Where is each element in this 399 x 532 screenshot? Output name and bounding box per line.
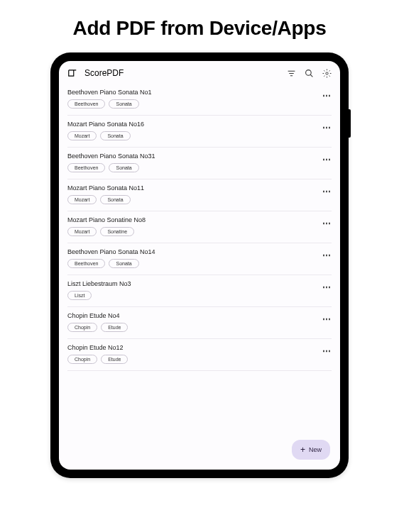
item-title: Beethoven Piano Sonata No1 — [67, 89, 318, 96]
tag[interactable]: Sonata — [100, 131, 130, 140]
item-tags: ChopinEtude — [67, 323, 318, 332]
header-actions — [287, 69, 332, 78]
score-list[interactable]: Beethoven Piano Sonata No1BeethovenSonat… — [59, 84, 340, 470]
tag[interactable]: Etude — [101, 323, 128, 332]
list-item[interactable]: Mozart Piano Sonata No11MozartSonata⋯ — [67, 179, 332, 211]
new-button-label: New — [309, 446, 322, 453]
item-tags: Liszt — [67, 291, 318, 300]
list-item-content: Beethoven Piano Sonata No31BeethovenSona… — [67, 153, 318, 172]
tag[interactable]: Mozart — [67, 131, 97, 140]
list-item-content: Mozart Piano Sonata No11MozartSonata — [67, 184, 318, 204]
list-item-content: Chopin Etude No12ChopinEtude — [67, 344, 318, 364]
tag[interactable]: Liszt — [67, 291, 92, 300]
svg-line-4 — [310, 74, 312, 77]
item-title: Liszt Liebestraum No3 — [67, 280, 318, 287]
new-button[interactable]: + New — [292, 440, 330, 460]
more-icon[interactable]: ⋯ — [318, 89, 332, 100]
list-item[interactable]: Mozart Piano Sonatine No8MozartSonatine⋯ — [67, 211, 332, 243]
item-tags: MozartSonata — [67, 195, 318, 204]
app-name: ScorePDF — [84, 68, 280, 78]
tag[interactable]: Chopin — [67, 323, 97, 332]
list-item[interactable]: Beethoven Piano Sonata No14BeethovenSona… — [67, 243, 332, 275]
list-item-content: Chopin Etude No4ChopinEtude — [67, 312, 318, 332]
list-item-content: Liszt Liebestraum No3Liszt — [67, 280, 318, 300]
item-tags: BeethovenSonata — [67, 99, 318, 109]
tag[interactable]: Sonata — [109, 99, 138, 109]
list-item[interactable]: Beethoven Piano Sonata No31BeethovenSona… — [67, 148, 332, 179]
more-icon[interactable]: ⋯ — [318, 248, 332, 260]
more-icon[interactable]: ⋯ — [318, 153, 332, 164]
tablet-frame: ScorePDF — [50, 52, 349, 478]
item-tags: BeethovenSonata — [67, 259, 318, 268]
svg-point-5 — [326, 72, 328, 74]
page-heading: Add PDF from Device/Apps — [0, 0, 399, 52]
tag[interactable]: Sonata — [109, 259, 138, 268]
list-item-content: Beethoven Piano Sonata No1BeethovenSonat… — [67, 89, 318, 109]
tag[interactable]: Beethoven — [67, 163, 105, 172]
item-title: Beethoven Piano Sonata No31 — [67, 153, 318, 160]
tablet-screen: ScorePDF — [59, 61, 340, 470]
list-item-content: Mozart Piano Sonata No16MozartSonata — [67, 121, 318, 140]
item-tags: MozartSonata — [67, 131, 318, 140]
search-icon[interactable] — [305, 69, 314, 78]
list-item[interactable]: Beethoven Piano Sonata No1BeethovenSonat… — [67, 84, 332, 116]
list-item[interactable]: Chopin Etude No4ChopinEtude⋯ — [67, 307, 332, 339]
tag[interactable]: Sonata — [109, 163, 138, 172]
item-title: Mozart Piano Sonatine No8 — [67, 216, 318, 223]
item-tags: MozartSonatine — [67, 227, 318, 236]
app-logo-icon — [67, 68, 77, 78]
item-title: Mozart Piano Sonata No16 — [67, 121, 318, 128]
tag[interactable]: Sonatine — [100, 227, 134, 236]
more-icon[interactable]: ⋯ — [318, 184, 332, 196]
more-icon[interactable]: ⋯ — [318, 216, 332, 228]
tag[interactable]: Mozart — [67, 195, 97, 204]
more-icon[interactable]: ⋯ — [318, 121, 332, 132]
tag[interactable]: Chopin — [67, 355, 97, 364]
item-tags: ChopinEtude — [67, 355, 318, 364]
list-item[interactable]: Mozart Piano Sonata No16MozartSonata⋯ — [67, 116, 332, 148]
app-header: ScorePDF — [59, 61, 340, 84]
plus-icon: + — [300, 445, 305, 454]
more-icon[interactable]: ⋯ — [318, 280, 332, 292]
more-icon[interactable]: ⋯ — [318, 344, 332, 355]
item-tags: BeethovenSonata — [67, 163, 318, 172]
tablet-side-button — [349, 109, 351, 138]
tag[interactable]: Mozart — [67, 227, 97, 236]
list-item[interactable]: Liszt Liebestraum No3Liszt⋯ — [67, 275, 332, 307]
sort-icon[interactable] — [287, 69, 296, 78]
item-title: Beethoven Piano Sonata No14 — [67, 248, 318, 255]
item-title: Chopin Etude No12 — [67, 344, 318, 351]
item-title: Chopin Etude No4 — [67, 312, 318, 319]
settings-icon[interactable] — [322, 69, 332, 78]
tag[interactable]: Sonata — [100, 195, 130, 204]
list-item[interactable]: Chopin Etude No12ChopinEtude⋯ — [67, 339, 332, 371]
tag[interactable]: Beethoven — [67, 259, 105, 268]
item-title: Mozart Piano Sonata No11 — [67, 184, 318, 192]
tag[interactable]: Etude — [101, 355, 128, 364]
list-item-content: Mozart Piano Sonatine No8MozartSonatine — [67, 216, 318, 236]
tag[interactable]: Beethoven — [67, 99, 105, 109]
svg-point-3 — [306, 70, 312, 75]
list-item-content: Beethoven Piano Sonata No14BeethovenSona… — [67, 248, 318, 268]
more-icon[interactable]: ⋯ — [318, 312, 332, 323]
